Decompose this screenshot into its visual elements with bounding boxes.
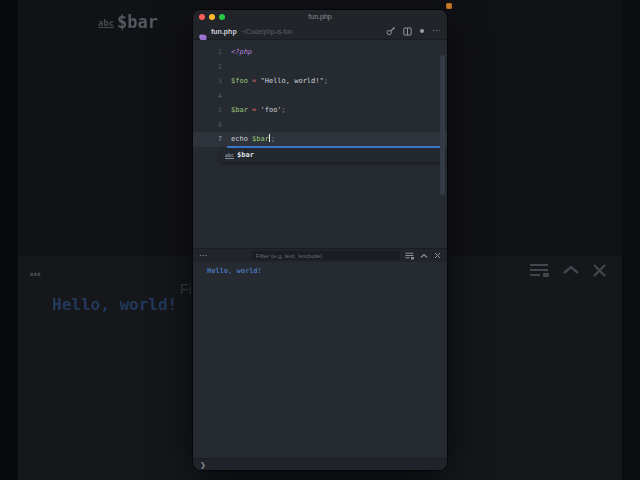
backdrop-right-edge bbox=[622, 0, 640, 480]
line-number: 7 bbox=[193, 132, 222, 147]
tab-filepath: ~/Code/php-is-fun bbox=[241, 28, 293, 35]
chevron-up-icon bbox=[562, 264, 580, 276]
panel-header-icons bbox=[405, 252, 441, 260]
panel-more-options-icon[interactable]: ⋯ bbox=[199, 252, 208, 260]
report-icon bbox=[528, 262, 550, 278]
code-line[interactable]: 4 bbox=[193, 89, 447, 104]
close-icon bbox=[592, 263, 607, 278]
report-icon[interactable] bbox=[405, 252, 414, 260]
line-number: 1 bbox=[193, 45, 222, 60]
screen-recording-indicator[interactable] bbox=[446, 3, 452, 9]
code-line[interactable]: 6 bbox=[193, 118, 447, 133]
line-number: 5 bbox=[193, 103, 222, 118]
line-content: <?php bbox=[231, 48, 252, 56]
output-panel[interactable]: Hello, world! bbox=[193, 262, 447, 458]
code-lines: 1<?php23$foo = "Hello, world!";45$bar = … bbox=[193, 40, 447, 147]
output-panel-header: ⋯ bbox=[193, 248, 447, 262]
editor-window: fun.php fun.php ~/Code/php-is-fun ⋯ 1<?p… bbox=[193, 10, 447, 470]
window-title: fun.php bbox=[193, 13, 447, 20]
completion-popup-item[interactable]: abc $bar bbox=[221, 148, 447, 162]
line-content: echo $bar; bbox=[231, 135, 275, 143]
code-editor[interactable]: 1<?php23$foo = "Hello, world!";45$bar = … bbox=[193, 40, 447, 248]
code-line[interactable]: 3$foo = "Hello, world!"; bbox=[193, 74, 447, 89]
close-panel-icon[interactable] bbox=[434, 252, 441, 259]
filter-input[interactable] bbox=[252, 251, 400, 260]
php-file-icon bbox=[199, 27, 207, 35]
tab-filename[interactable]: fun.php bbox=[211, 28, 237, 35]
editor-tabbar: fun.php ~/Code/php-is-fun ⋯ bbox=[193, 23, 447, 40]
code-line[interactable]: 5$bar = 'foo'; bbox=[193, 103, 447, 118]
editor-scrollbar[interactable] bbox=[440, 55, 445, 195]
completion-suggestion: $bar bbox=[237, 151, 254, 159]
line-number: 3 bbox=[193, 74, 222, 89]
line-number: 4 bbox=[193, 89, 222, 104]
line-number: 2 bbox=[193, 60, 222, 75]
unsaved-changes-indicator bbox=[420, 29, 424, 33]
backdrop-completion-ghost: $bar bbox=[117, 12, 158, 32]
backdrop-more-ghost: ⋯ bbox=[30, 263, 43, 284]
backdrop-left-edge bbox=[0, 0, 18, 480]
code-line[interactable]: 7echo $bar; bbox=[193, 132, 447, 147]
window-statusbar: ❯ bbox=[193, 458, 447, 470]
sidebar-expand-chevron[interactable]: ❯ bbox=[200, 461, 206, 468]
split-editor-icon[interactable] bbox=[403, 27, 412, 36]
chevron-up-icon[interactable] bbox=[420, 253, 428, 259]
code-line[interactable]: 1<?php bbox=[193, 45, 447, 60]
preview-icon[interactable] bbox=[386, 27, 395, 36]
output-text: Hello, world! bbox=[207, 267, 447, 275]
window-titlebar[interactable]: fun.php bbox=[193, 10, 447, 23]
text-completion-icon: abc bbox=[225, 152, 234, 158]
backdrop-filter-ghost: Fi bbox=[180, 281, 192, 297]
code-line[interactable]: 2 bbox=[193, 60, 447, 75]
tab-more-options-icon[interactable]: ⋯ bbox=[432, 27, 441, 35]
line-content: $foo = "Hello, world!"; bbox=[231, 77, 328, 85]
line-number: 6 bbox=[193, 118, 222, 133]
backdrop-panel-icons-ghost bbox=[528, 262, 607, 278]
backdrop-output-ghost: Hello, world! bbox=[52, 295, 177, 314]
line-content: $bar = 'foo'; bbox=[231, 106, 286, 114]
tabbar-actions: ⋯ bbox=[386, 27, 441, 36]
backdrop-abc-icon-ghost: abc bbox=[98, 18, 114, 28]
